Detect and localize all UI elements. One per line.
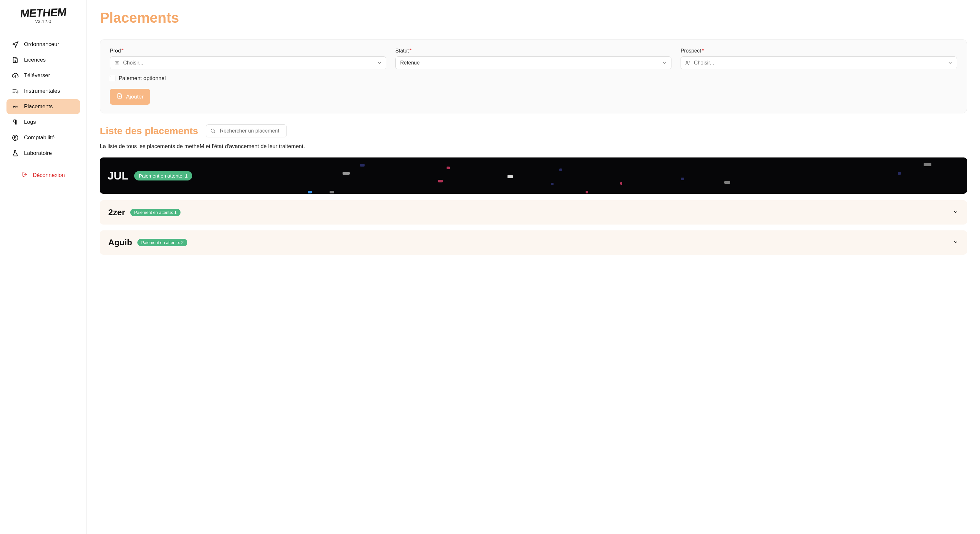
broadcast-icon [12, 103, 19, 110]
upload-cloud-icon [12, 72, 19, 79]
sidebar-item-licences[interactable]: Licences [6, 52, 80, 67]
sidebar-item-laboratoire[interactable]: Laboratoire [6, 146, 80, 161]
prod-select[interactable]: Choisir... [110, 56, 386, 69]
field-statut-label: Statut* [395, 48, 672, 54]
logout-button[interactable]: Déconnexion [6, 167, 80, 183]
sidebar-item-label: Téléverser [24, 72, 50, 79]
field-prod: Prod* Choisir... [110, 48, 386, 69]
brand-version: v3.12.0 [6, 19, 80, 24]
search-box[interactable] [206, 124, 287, 137]
field-prod-label: Prod* [110, 48, 386, 54]
list-header: Liste des placements [100, 124, 967, 137]
optional-payment-label: Paiement optionnel [119, 75, 166, 82]
svg-point-6 [687, 61, 688, 63]
field-prospect-label: Prospect* [681, 48, 957, 54]
sidebar-item-logs[interactable]: Logs [6, 115, 80, 130]
chevron-down-icon [377, 60, 382, 65]
placement-row[interactable]: Aguib Paiement en attente: 2 [100, 230, 967, 255]
logout-icon [22, 171, 28, 179]
euro-icon [12, 134, 19, 141]
playlist-icon [12, 87, 19, 95]
prospect-select-value: Choisir... [694, 60, 714, 66]
sidebar: METHEM v3.12.0 Ordonnanceur Licences [0, 0, 87, 534]
sidebar-item-label: Licences [24, 57, 46, 63]
sidebar-item-label: Ordonnanceur [24, 41, 59, 48]
sidebar-item-ordonnanceur[interactable]: Ordonnanceur [6, 37, 80, 52]
chevron-down-icon [953, 209, 959, 216]
search-input[interactable] [220, 128, 282, 134]
record-icon [114, 60, 120, 66]
brand-logo: METHEM [20, 7, 67, 19]
user-icon [685, 60, 690, 66]
field-prospect: Prospect* Choisir... [681, 48, 957, 69]
cursor-icon [12, 41, 19, 48]
statut-select-value: Retenue [400, 60, 420, 66]
brand-block: METHEM v3.12.0 [0, 8, 86, 24]
hero-background [100, 157, 967, 194]
page-title: Placements [100, 10, 967, 26]
placement-row-name: 2zer [108, 207, 125, 218]
sidebar-item-label: Logs [24, 119, 36, 126]
status-badge: Paiement en attente: 1 [134, 171, 192, 181]
prod-select-value: Choisir... [123, 60, 143, 66]
status-badge: Paiement en attente: 1 [130, 209, 180, 216]
add-button[interactable]: Ajouter [110, 89, 150, 105]
svg-rect-3 [115, 62, 119, 64]
sidebar-item-comptabilite[interactable]: Comptabilité [6, 130, 80, 145]
optional-payment-checkbox[interactable] [110, 76, 115, 81]
chevron-down-icon [662, 60, 667, 65]
status-badge: Paiement en attente: 2 [137, 239, 188, 246]
statut-select[interactable]: Retenue [395, 56, 672, 69]
list-title: Liste des placements [100, 126, 198, 137]
chevron-down-icon [948, 60, 953, 65]
file-icon [12, 56, 19, 64]
create-placement-form: Prod* Choisir... Statut* [100, 39, 967, 113]
add-button-label: Ajouter [126, 94, 143, 100]
sidebar-nav: Ordonnanceur Licences Téléverser Instrum… [0, 37, 86, 161]
list-description: La liste de tous les placements de methe… [100, 143, 967, 150]
search-icon [210, 128, 216, 134]
sidebar-item-label: Comptabilité [24, 135, 55, 141]
sidebar-item-instrumentales[interactable]: Instrumentales [6, 84, 80, 99]
sidebar-item-label: Placements [24, 103, 53, 110]
chevron-down-icon [953, 239, 959, 246]
placement-row[interactable]: 2zer Paiement en attente: 1 [100, 200, 967, 224]
sidebar-item-televerser[interactable]: Téléverser [6, 68, 80, 83]
prospect-select[interactable]: Choisir... [681, 56, 957, 69]
svg-point-4 [116, 62, 117, 63]
svg-point-5 [117, 62, 118, 63]
optional-payment-checkbox-row[interactable]: Paiement optionnel [110, 75, 957, 82]
main-content: Placements Prod* Choisir... [87, 0, 980, 534]
flask-icon [12, 150, 19, 157]
file-plus-icon [116, 93, 123, 101]
svg-point-7 [211, 129, 215, 132]
divider [87, 30, 980, 30]
placement-row-name: Aguib [108, 237, 132, 248]
sidebar-item-placements[interactable]: Placements [6, 99, 80, 114]
field-statut: Statut* Retenue [395, 48, 672, 69]
sidebar-item-label: Instrumentales [24, 88, 60, 94]
paragraph-icon [12, 119, 19, 126]
sidebar-item-label: Laboratoire [24, 150, 52, 156]
logout-label: Déconnexion [33, 172, 65, 178]
svg-point-1 [14, 106, 16, 107]
placement-hero-name: JUL [108, 170, 128, 182]
placement-hero[interactable]: JUL Paiement en attente: 1 [100, 157, 967, 194]
